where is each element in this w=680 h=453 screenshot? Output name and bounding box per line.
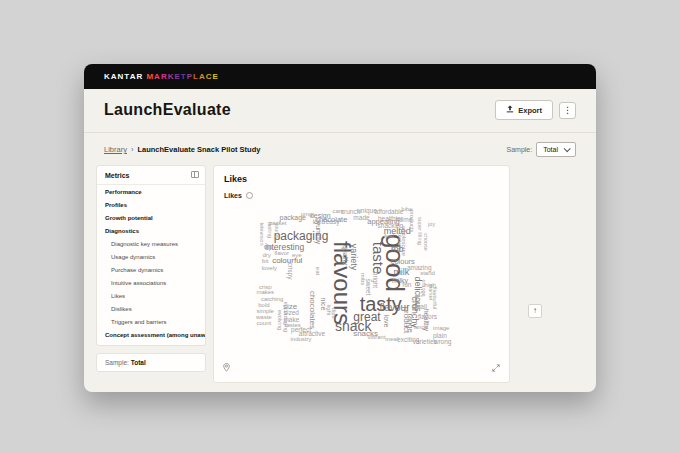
- marketplace-letter: R: [161, 72, 168, 81]
- cloud-word: range: [406, 313, 414, 332]
- cloud-word: dips: [331, 308, 337, 319]
- cloud-word: eat: [315, 267, 321, 275]
- cloud-word: choose: [422, 233, 428, 251]
- content-area: Metrics PerformanceProfilesGrowth potent…: [84, 163, 596, 383]
- marketplace-letter: A: [154, 72, 161, 81]
- breadcrumb: Library › LaunchEvaluate Snack Pilot Stu…: [104, 145, 260, 154]
- cloud-word: evolving: [276, 310, 282, 330]
- collapse-panel-icon[interactable]: [191, 171, 199, 178]
- legend-series-label: Likes: [224, 192, 242, 199]
- kebab-menu-button[interactable]: ⋮: [559, 102, 576, 119]
- cloud-word: crispy: [287, 262, 294, 279]
- cloud-word: makes: [256, 289, 274, 295]
- cloud-word: television: [258, 222, 264, 245]
- sidebar-item-performance[interactable]: Performance: [97, 185, 205, 198]
- cloud-word: quality: [342, 245, 349, 265]
- cloud-word: chocolates: [308, 291, 316, 329]
- cloud-word: variety: [349, 243, 358, 270]
- chart-card-title: Likes: [224, 174, 499, 184]
- cloud-word: products: [409, 209, 415, 232]
- cloud-word: dry: [262, 252, 270, 258]
- sidebar-item-likes[interactable]: Likes: [97, 289, 205, 302]
- cloud-word: image: [433, 325, 449, 331]
- sidebar-item-dislikes[interactable]: Dislikes: [97, 302, 205, 315]
- cloud-word: love: [383, 315, 390, 328]
- cloud-word: feel: [384, 233, 394, 239]
- cloud-word: flavors: [418, 313, 437, 320]
- sample-dropdown-value: Total: [543, 146, 558, 153]
- cloud-word: fun: [402, 282, 411, 289]
- cloud-word: lunch: [414, 325, 427, 331]
- breadcrumb-separator: ›: [131, 145, 134, 154]
- sidebar-item-intuitive-associations[interactable]: Intuitive associations: [97, 276, 205, 289]
- cloud-word: wrong: [434, 339, 452, 346]
- sidebar-sample-card: Sample: Total: [96, 353, 206, 372]
- page-title: LaunchEvaluate: [104, 101, 231, 119]
- cloud-word: taste: [371, 242, 386, 275]
- likes-chart-card: Likes Likes flavoursgoodtastytastepackag…: [213, 165, 510, 383]
- cloud-word: vibrant: [368, 334, 386, 340]
- sidebar-sample-value: Total: [131, 359, 146, 366]
- marketplace-letter: M: [146, 72, 154, 81]
- sidebar-item-profiles[interactable]: Profiles: [97, 198, 205, 211]
- export-button-label: Export: [518, 106, 542, 115]
- metrics-menu-card: Metrics PerformanceProfilesGrowth potent…: [96, 165, 206, 346]
- cloud-word: sweet: [365, 278, 372, 295]
- metrics-header-label: Metrics: [105, 172, 130, 179]
- map-pin-icon[interactable]: [223, 358, 230, 376]
- chevron-down-icon: [564, 145, 571, 152]
- cloud-word: encouraging: [282, 301, 288, 331]
- cloud-word: packet: [269, 220, 287, 226]
- word-cloud: flavoursgoodtastytastepackagingsnackgrea…: [224, 206, 499, 364]
- sample-dropdown[interactable]: Total: [536, 142, 576, 157]
- cloud-word: plain: [433, 332, 447, 339]
- cloud-word: great: [353, 311, 380, 323]
- sidebar-item-diagnostics[interactable]: Diagnostics: [97, 224, 205, 237]
- cloud-word: flavor: [274, 250, 289, 256]
- cloud-word: industry: [290, 336, 311, 342]
- app-window: KANTAR MARKETPLACE LaunchEvaluate Export…: [84, 64, 596, 392]
- marketplace-wordmark: MARKETPLACE: [146, 72, 218, 81]
- export-icon: [506, 105, 514, 115]
- breadcrumb-current-study: LaunchEvaluate Snack Pilot Study: [137, 145, 260, 154]
- sidebar-item-triggers-and-barriers[interactable]: Triggers and barriers: [97, 315, 205, 328]
- cloud-word: lovely: [262, 265, 277, 271]
- sidebar-item-purchase-dynamics[interactable]: Purchase dynamics: [97, 263, 205, 276]
- export-button[interactable]: Export: [495, 100, 553, 120]
- cloud-word: dip: [264, 244, 273, 251]
- kantar-marketplace-logo[interactable]: KANTAR MARKETPLACE: [104, 72, 219, 81]
- kantar-wordmark: KANTAR: [104, 72, 143, 81]
- sample-selector-label: Sample:: [507, 146, 533, 153]
- metrics-sidebar: Metrics PerformanceProfilesGrowth potent…: [96, 165, 206, 372]
- cloud-word: flavourful: [432, 286, 438, 308]
- cloud-word: joy: [428, 222, 435, 228]
- chart-legend: Likes: [224, 192, 499, 199]
- breadcrumb-library-link[interactable]: Library: [104, 145, 127, 154]
- top-nav-bar: KANTAR MARKETPLACE: [84, 64, 596, 89]
- sidebar-item-concept-assessment-among-unaware[interactable]: Concept assessment (among unaware): [97, 328, 205, 341]
- cloud-word: snacking: [378, 223, 404, 230]
- header-actions: Export ⋮: [495, 100, 576, 120]
- cloud-word: bold: [258, 302, 269, 308]
- cloud-word: bright: [372, 272, 379, 288]
- cloud-word: eye: [292, 252, 302, 258]
- breadcrumb-row: Library › LaunchEvaluate Snack Pilot Stu…: [84, 133, 596, 163]
- expand-icon[interactable]: [492, 358, 500, 376]
- sidebar-sample-label: Sample:: [105, 359, 129, 366]
- sidebar-item-usage-dynamics[interactable]: Usage dynamics: [97, 250, 205, 263]
- sidebar-item-diagnostic-key-measures[interactable]: Diagnostic key measures: [97, 237, 205, 250]
- sidebar-menu-items: PerformanceProfilesGrowth potentialDiagn…: [97, 185, 205, 341]
- cloud-word: bit: [262, 258, 268, 264]
- marketplace-letter: A: [199, 72, 206, 81]
- sidebar-item-growth-potential[interactable]: Growth potential: [97, 211, 205, 224]
- cloud-word: mibs: [360, 272, 366, 285]
- cloud-word: easy: [326, 219, 340, 226]
- cloud-word: count: [257, 320, 272, 326]
- cloud-word: made: [353, 215, 369, 222]
- cloud-word: mb: [391, 244, 404, 253]
- page-header: LaunchEvaluate Export ⋮: [84, 89, 596, 133]
- scroll-to-top-button[interactable]: ↑: [528, 304, 542, 318]
- marketplace-letter: E: [212, 72, 218, 81]
- info-icon[interactable]: [246, 192, 253, 199]
- metrics-menu-header: Metrics: [97, 171, 205, 185]
